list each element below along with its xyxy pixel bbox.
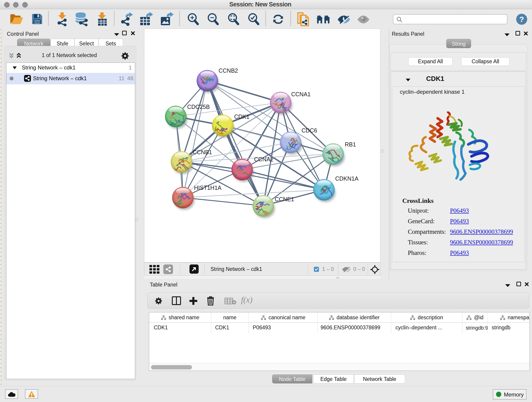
svg-text:CCNE1: CCNE1 [275,196,294,202]
svg-text:CCNB2: CCNB2 [219,67,238,74]
svg-text:CCNB1: CCNB1 [193,149,212,155]
svg-text:CDK1: CDK1 [234,114,249,120]
svg-text:RB1: RB1 [345,141,356,148]
svg-text:CCNA1: CCNA1 [291,91,311,97]
svg-text:CDC6: CDC6 [302,127,317,134]
svg-text:CCNA2: CCNA2 [254,156,273,162]
svg-text:HIST1H1A: HIST1H1A [194,185,222,191]
svg-text:CDC25B: CDC25B [187,104,210,110]
svg-text:CDKN1A: CDKN1A [335,175,359,182]
